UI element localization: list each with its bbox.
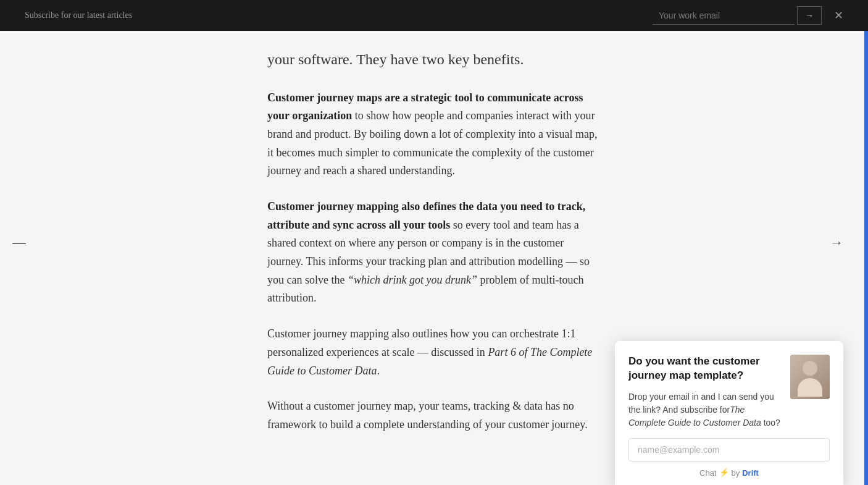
chat-question: Do you want the customer journey map tem… [628, 355, 780, 383]
chat-description: Drop your email in and I can send you th… [628, 390, 780, 429]
chat-email-input[interactable] [628, 438, 830, 462]
nav-arrow-right[interactable]: → [824, 229, 849, 257]
avatar [790, 355, 830, 399]
article-paragraph-4: Without a customer journey map, your tea… [267, 397, 601, 434]
article-paragraph-3: Customer journey mapping also outlines h… [267, 325, 601, 380]
chat-footer-chat-label: Chat [699, 468, 716, 478]
right-accent-bar [864, 0, 868, 485]
paragraph3-end: . [377, 365, 380, 377]
email-input-top[interactable] [653, 7, 795, 25]
chat-desc-after: too? [761, 418, 780, 428]
chat-text-area: Do you want the customer journey map tem… [628, 355, 780, 429]
paragraph2-italic: “which drink got you drunk” [348, 274, 477, 286]
bolt-icon: ⚡ [719, 468, 729, 478]
chat-content: Do you want the customer journey map tem… [615, 341, 843, 429]
nav-arrow-left[interactable]: — [6, 229, 32, 257]
top-bar-right: → ✕ [653, 6, 843, 25]
subscribe-arrow-button[interactable]: → [797, 6, 822, 25]
chat-email-wrap [615, 429, 843, 462]
avatar-body [798, 378, 822, 397]
article-intro: your software. They have two key benefit… [267, 49, 601, 70]
chat-footer: Chat ⚡ by Drift [615, 462, 843, 485]
article-body: your software. They have two key benefit… [255, 49, 613, 466]
close-button[interactable]: ✕ [834, 9, 843, 22]
chat-desc-before: Drop your email in and I can send you th… [628, 392, 774, 415]
chat-widget: Do you want the customer journey map tem… [615, 341, 843, 485]
chat-footer-by-label: by [732, 468, 740, 478]
article-paragraph-2: Customer journey mapping also defines th… [267, 198, 601, 308]
subscribe-label: Subscribe for our latest articles [25, 11, 132, 20]
drift-link[interactable]: Drift [742, 468, 759, 478]
article-paragraph-1: Customer journey maps are a strategic to… [267, 89, 601, 180]
paragraph4-text: Without a customer journey map, your tea… [267, 400, 588, 431]
top-notification-bar: Subscribe for our latest articles → ✕ [0, 0, 868, 31]
avatar-head [803, 361, 817, 376]
avatar-image [790, 355, 830, 399]
